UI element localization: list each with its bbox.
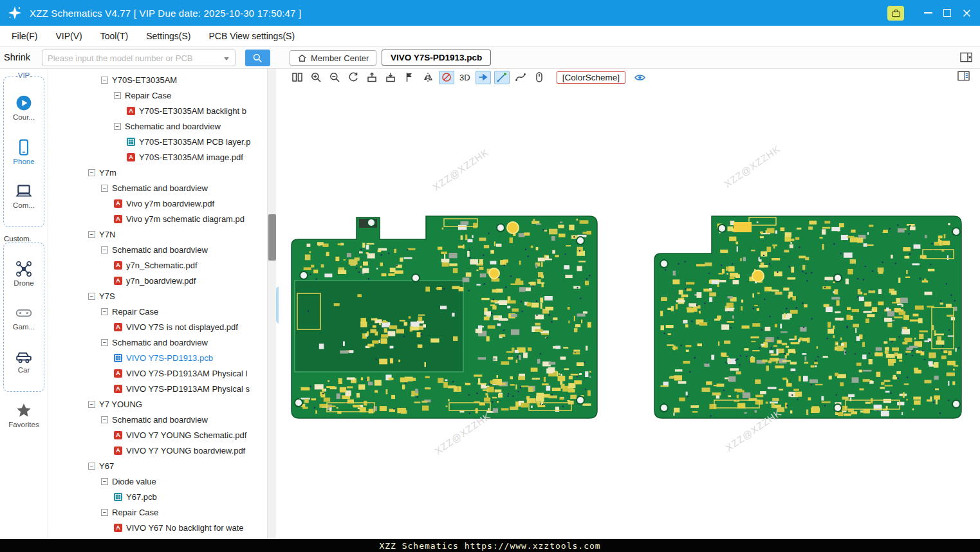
- tree-item-label: VIVO Y7S is not displayed.pdf: [126, 322, 238, 332]
- tree-item[interactable]: A VIVO Y7 YOUNG Schematic.pdf: [48, 427, 267, 443]
- tree-item[interactable]: A Y70S-ET3035AM image.pdf: [48, 149, 267, 165]
- probe-flag-button[interactable]: [402, 71, 417, 84]
- sidebar-item-drone[interactable]: Drone: [14, 261, 33, 287]
- menu-pcb-view-settings[interactable]: PCB View settings(S): [208, 31, 295, 41]
- tree-item[interactable]: A VIVO Y67 No backlight for wate: [48, 520, 267, 535]
- menu-settings[interactable]: Settings(S): [146, 31, 190, 41]
- collapse-icon[interactable]: −: [101, 416, 108, 423]
- tree-item[interactable]: − Y7S: [48, 288, 267, 304]
- visibility-eye-icon[interactable]: [634, 71, 646, 84]
- tree-item[interactable]: A y7n_Schematic.pdf: [48, 257, 267, 273]
- menu-tool[interactable]: Tool(T): [100, 31, 129, 41]
- pcb-file-icon: [114, 493, 122, 501]
- close-panel-icon[interactable]: [960, 52, 972, 62]
- tree-item-label: Y70S-ET3035AM backlight b: [139, 106, 246, 116]
- maximize-button[interactable]: [938, 0, 957, 26]
- diode-mode-button[interactable]: [439, 71, 454, 84]
- collapse-icon[interactable]: −: [88, 231, 95, 238]
- zoom-out-button[interactable]: [327, 71, 342, 84]
- collapse-icon[interactable]: −: [88, 463, 95, 470]
- collapse-icon[interactable]: −: [101, 246, 108, 253]
- tree-item[interactable]: Y67.pcb: [48, 489, 267, 504]
- sidebar-item-phone[interactable]: Phone: [13, 139, 34, 165]
- sidebar-item-favorites[interactable]: Favorites: [0, 402, 48, 428]
- pcb-canvas[interactable]: XZZ@XZZHKXZZ@XZZHKXZZ@XZZHKXZZ@XZZHK: [279, 86, 980, 539]
- flip-to-bottom-button[interactable]: [383, 71, 398, 84]
- tree-item[interactable]: − Diode value: [48, 474, 267, 489]
- tree-item[interactable]: A VIVO Y7S is not displayed.pdf: [48, 319, 267, 335]
- collapse-icon[interactable]: −: [114, 123, 121, 130]
- sidebar-item-car[interactable]: Car: [15, 347, 32, 374]
- measure-button[interactable]: [494, 71, 510, 84]
- sidebar-item-game[interactable]: Gam...: [13, 304, 35, 331]
- tree-item[interactable]: − Y70S-ET3035AM: [48, 72, 267, 87]
- menu-file[interactable]: File(F): [12, 31, 37, 41]
- tree-item[interactable]: − Repair Case: [48, 304, 267, 319]
- collapse-icon[interactable]: −: [114, 92, 121, 99]
- tree-scrollbar[interactable]: [267, 69, 276, 539]
- tree-scrollbar-thumb[interactable]: [268, 214, 276, 261]
- search-input[interactable]: [48, 51, 221, 65]
- tree-item-label: Y70S-ET3035AM PCB layer.p: [139, 137, 250, 147]
- tree-item[interactable]: − Y7N: [48, 226, 267, 242]
- tree-item[interactable]: − Schematic and boardview: [48, 180, 267, 196]
- shrink-button[interactable]: Shrink: [4, 52, 30, 62]
- tree-item[interactable]: A VIVO Y7S-PD1913AM Physical s: [48, 381, 267, 396]
- collapse-icon[interactable]: −: [101, 77, 108, 84]
- tree-item[interactable]: − Repair Case: [48, 87, 267, 103]
- flip-to-top-button[interactable]: [364, 71, 380, 84]
- pdf-file-icon: A: [114, 277, 122, 285]
- tree-item[interactable]: A Y70S-ET3035AM backlight b: [48, 103, 267, 118]
- curve-tool-button[interactable]: [513, 71, 528, 84]
- pcb-file-icon: [127, 138, 135, 146]
- collapse-icon[interactable]: −: [88, 293, 95, 300]
- tree-item[interactable]: − Y7 YOUNG: [48, 396, 267, 412]
- sidebar-item-computer[interactable]: Com...: [13, 183, 35, 209]
- tree-item[interactable]: − Schematic and boardview: [48, 412, 267, 427]
- tree-item[interactable]: A Vivo y7m schematic diagram.pd: [48, 211, 267, 226]
- mirror-flip-button[interactable]: [420, 71, 436, 84]
- chevron-down-icon[interactable]: [224, 57, 229, 60]
- menu-vip[interactable]: VIP(V): [55, 31, 82, 41]
- tree-item[interactable]: A VIVO Y7 YOUNG boardview.pdf: [48, 443, 267, 458]
- open-pcb-tab[interactable]: VIVO Y7S-PD1913.pcb: [382, 50, 491, 66]
- tree-item[interactable]: A Vivo y7m boardview.pdf: [48, 196, 267, 211]
- tree-item[interactable]: VIVO Y7S-PD1913.pcb: [48, 350, 267, 365]
- tree-item[interactable]: Y70S-ET3035AM PCB layer.p: [48, 134, 267, 149]
- sidebar-item-course[interactable]: Cour...: [13, 95, 35, 121]
- collapse-icon[interactable]: −: [101, 478, 108, 485]
- tree-item[interactable]: − Y7m: [48, 165, 267, 180]
- home-icon: [297, 53, 307, 63]
- tree-item[interactable]: A VIVO Y7S-PD1913AM Physical l: [48, 365, 267, 381]
- collapse-icon[interactable]: −: [101, 339, 108, 346]
- pdf-file-icon: A: [114, 385, 122, 393]
- collapse-icon[interactable]: −: [88, 169, 95, 176]
- collapse-icon[interactable]: −: [101, 185, 108, 192]
- tree-item[interactable]: A y7n_boardview.pdf: [48, 273, 267, 288]
- tree-item[interactable]: − Schematic and boardview: [48, 335, 267, 350]
- tree-item[interactable]: − Y67: [48, 458, 267, 474]
- refresh-button[interactable]: [346, 71, 361, 84]
- member-center-button[interactable]: Member Center: [290, 50, 376, 66]
- mouse-tool-button[interactable]: [532, 71, 547, 84]
- briefcase-icon[interactable]: [887, 6, 904, 21]
- minimize-button[interactable]: [918, 0, 938, 26]
- tree-item[interactable]: − Schematic and boardview: [48, 118, 267, 134]
- statusbar: XZZ Schematics https://www.xzztools.com: [0, 539, 980, 552]
- collapse-icon[interactable]: −: [101, 308, 108, 315]
- search-button[interactable]: [245, 50, 270, 66]
- zoom-in-button[interactable]: [308, 71, 324, 84]
- three-d-button[interactable]: 3D: [458, 73, 472, 82]
- collapse-icon[interactable]: −: [101, 509, 108, 516]
- tree-item[interactable]: − Schematic and boardview: [48, 242, 267, 257]
- split-view-button[interactable]: [290, 71, 305, 84]
- search-box[interactable]: [42, 50, 236, 66]
- collapse-icon[interactable]: −: [88, 401, 95, 408]
- close-button[interactable]: [957, 0, 976, 26]
- jump-arrow-button[interactable]: [476, 71, 491, 84]
- tree-item[interactable]: − Repair Case: [48, 504, 267, 520]
- layer-panel-button[interactable]: [957, 71, 970, 81]
- colorscheme-button[interactable]: [ColorScheme]: [557, 71, 625, 84]
- star-icon: [15, 402, 32, 419]
- vip-sidebar: -VIP- Cour... Phone Com... Custom. Dro: [0, 69, 48, 539]
